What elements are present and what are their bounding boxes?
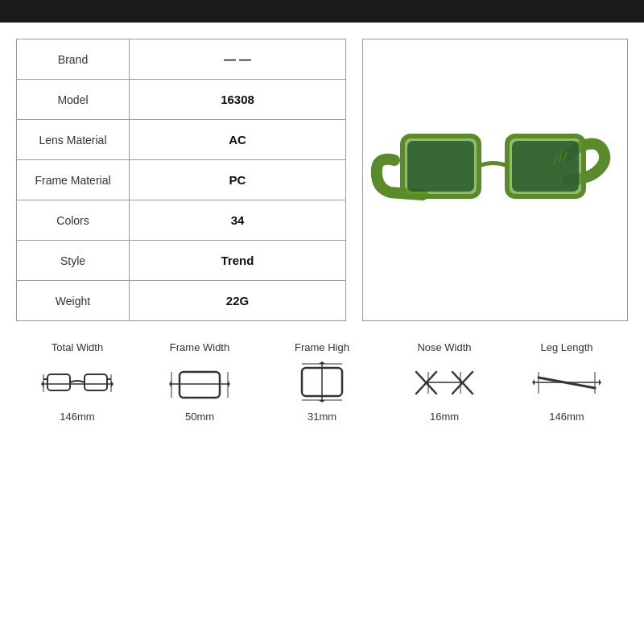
main-content: Brand — — Model 16308 Lens Material AC F…: [0, 23, 644, 329]
svg-rect-10: [47, 374, 70, 390]
measurement-label: Frame High: [295, 341, 349, 353]
total-width-icon: [41, 360, 114, 404]
svg-rect-3: [512, 141, 579, 192]
svg-marker-39: [599, 379, 601, 386]
measurement-value: 50mm: [185, 411, 214, 423]
table-label: Weight: [17, 281, 130, 320]
product-info-table: Brand — — Model 16308 Lens Material AC F…: [16, 39, 346, 321]
page-header: [0, 0, 644, 23]
measurement-item: Frame Width 50mm: [147, 341, 252, 423]
sunglasses-image: [370, 68, 620, 293]
svg-marker-38: [532, 379, 535, 386]
table-label: Model: [17, 80, 130, 119]
table-label: Colors: [17, 200, 130, 240]
table-label: Style: [17, 241, 130, 280]
measurement-label: Frame Width: [170, 341, 229, 353]
measurement-item: Frame High 31mm: [270, 341, 374, 423]
table-row: Model 16308: [17, 80, 345, 120]
table-row: Brand — —: [17, 39, 345, 80]
svg-rect-11: [85, 374, 107, 390]
table-label: Brand: [17, 39, 130, 79]
svg-rect-1: [407, 141, 474, 192]
table-value: PC: [130, 160, 345, 200]
product-image-section: [362, 39, 628, 321]
table-row: Lens Material AC: [17, 120, 345, 160]
measurement-item: Leg Length 146mm: [514, 341, 619, 423]
nose-width-icon: [408, 360, 481, 404]
measurement-value: 31mm: [308, 411, 336, 423]
table-row: Style Trend: [17, 241, 345, 281]
frame-width-icon: [163, 360, 236, 404]
table-value: 34: [130, 200, 345, 240]
table-value: AC: [130, 120, 345, 159]
frame-high-icon: [286, 360, 358, 404]
measurement-value: 146mm: [60, 411, 94, 423]
measurement-item: Total Width 146mm: [25, 341, 130, 423]
measurement-label: Total Width: [52, 341, 103, 353]
leg-length-icon: [530, 360, 603, 404]
table-row: Weight 22G: [17, 281, 345, 320]
measurement-item: Nose Width 16mm: [392, 341, 497, 423]
table-label: Lens Material: [17, 120, 130, 159]
table-value: — —: [130, 39, 345, 79]
table-label: Frame Material: [17, 160, 130, 200]
measurement-label: Leg Length: [540, 341, 592, 353]
measurements-section: Total Width 146mm Frame Width: [0, 329, 644, 431]
measurement-value: 16mm: [430, 411, 459, 423]
table-value: 22G: [130, 281, 345, 320]
table-value: 16308: [130, 80, 345, 119]
table-row: Frame Material PC: [17, 160, 345, 200]
table-value: Trend: [130, 241, 345, 280]
table-row: Colors 34: [17, 200, 345, 241]
svg-rect-19: [180, 372, 220, 398]
measurement-label: Nose Width: [417, 341, 471, 353]
measurement-value: 146mm: [549, 411, 584, 423]
